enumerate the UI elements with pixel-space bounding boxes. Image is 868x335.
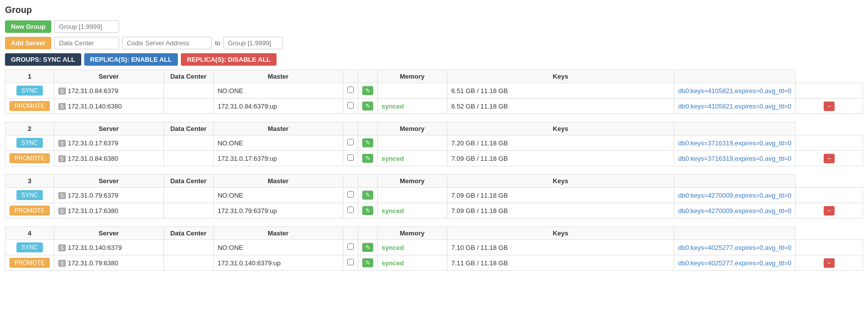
col-header-5: Memory <box>377 175 447 188</box>
keys-cell: db0:keys=4105821,expires=0,avg_ttl=0 <box>674 83 795 99</box>
data-center-cell <box>163 255 213 271</box>
row-checkbox-g4-r1[interactable] <box>347 259 354 265</box>
promote-button-g2-r1[interactable]: PROMOTE <box>9 153 50 163</box>
memory-cell: 7.09 GB / 11.18 GB <box>447 151 674 166</box>
synced-badge: synced <box>382 207 404 215</box>
data-center-input[interactable] <box>54 37 119 49</box>
server-cell: S172.31.0.84:6380 <box>54 151 163 166</box>
edit-button-g2-r1[interactable]: ✎ <box>362 154 373 163</box>
col-header-7 <box>674 227 795 240</box>
replica-disable-all-button[interactable]: REPLICA(S): DISABLE ALL <box>181 53 277 66</box>
row-checkbox-g2-r1[interactable] <box>347 154 354 161</box>
server-cell: S172.31.0.140:6380 <box>54 99 163 114</box>
master-cell: 172.31.0.140:6379:up <box>213 255 343 271</box>
server-tag: S <box>58 155 66 162</box>
group-number-2: 2 <box>5 122 54 135</box>
row-checkbox-g3-r1[interactable] <box>347 207 354 213</box>
edit-cell: ✎ <box>358 255 377 271</box>
master-cell: 172.31.0.17:6379:up <box>213 151 343 166</box>
replica-enable-all-button[interactable]: REPLICA(S): ENABLE ALL <box>84 53 178 66</box>
checkbox-cell <box>343 255 358 271</box>
row-checkbox-g1-r0[interactable] <box>347 87 354 93</box>
remove-cell <box>796 83 863 99</box>
sync-button-g3-r0[interactable]: SYNC <box>16 190 43 200</box>
memory-cell: 7.09 GB / 11.18 GB <box>447 188 674 203</box>
remove-button-g2-r1[interactable]: − <box>824 154 835 163</box>
edit-cell: ✎ <box>358 188 377 203</box>
edit-cell: ✎ <box>358 99 377 114</box>
group-to-input[interactable] <box>223 37 283 49</box>
data-center-cell <box>163 203 213 219</box>
col-header-4 <box>358 122 377 135</box>
remove-cell: − <box>796 99 863 114</box>
keys-cell: db0:keys=4025277,expires=0,avg_ttl=0 <box>674 255 795 271</box>
memory-cell: 7.10 GB / 11.18 GB <box>447 240 674 255</box>
table-row: SYNCS172.31.0.79:6379NO:ONE✎7.09 GB / 11… <box>5 188 863 203</box>
sync-button-g2-r0[interactable]: SYNC <box>16 138 43 148</box>
server-tag: S <box>58 88 66 95</box>
col-header-2: Master <box>213 122 343 135</box>
add-server-button[interactable]: Add Server <box>5 37 51 49</box>
server-address: 172.31.0.140:6380 <box>68 103 122 110</box>
edit-button-g3-r0[interactable]: ✎ <box>362 191 373 200</box>
action-cell: PROMOTE <box>5 203 54 219</box>
edit-button-g4-r0[interactable]: ✎ <box>362 243 373 252</box>
edit-button-g1-r0[interactable]: ✎ <box>362 86 373 95</box>
col-header-0: Server <box>54 122 163 135</box>
master-cell: NO:ONE <box>213 135 343 151</box>
col-header-4 <box>358 70 377 83</box>
add-server-toolbar: Add Server to <box>5 37 863 49</box>
action-cell: PROMOTE <box>5 255 54 271</box>
groups-sync-all-button[interactable]: GROUPS: SYNC ALL <box>5 53 81 66</box>
col-header-7 <box>674 122 795 135</box>
action-cell: SYNC <box>5 188 54 203</box>
keys-value: db0:keys=4025277,expires=0,avg_ttl=0 <box>678 259 791 267</box>
checkbox-cell <box>343 240 358 255</box>
synced-badge: synced <box>382 244 404 251</box>
sync-button-g1-r0[interactable]: SYNC <box>16 86 43 96</box>
edit-button-g2-r0[interactable]: ✎ <box>362 138 373 147</box>
action-cell: PROMOTE <box>5 151 54 166</box>
codis-address-input[interactable] <box>122 37 212 49</box>
promote-button-g4-r1[interactable]: PROMOTE <box>9 258 50 268</box>
server-cell: S172.31.0.79:6380 <box>54 255 163 271</box>
remove-cell <box>796 135 863 151</box>
new-group-button[interactable]: New Group <box>5 20 51 33</box>
keys-cell: db0:keys=4270009,expires=0,avg_ttl=0 <box>674 203 795 219</box>
status-cell: synced <box>377 240 447 255</box>
row-checkbox-g3-r0[interactable] <box>347 191 354 198</box>
status-cell: synced <box>377 151 447 166</box>
synced-badge: synced <box>382 155 404 162</box>
edit-button-g1-r1[interactable]: ✎ <box>362 102 373 111</box>
edit-cell: ✎ <box>358 83 377 99</box>
col-header-5: Memory <box>377 70 447 83</box>
edit-button-g4-r1[interactable]: ✎ <box>362 258 373 267</box>
remove-button-g3-r1[interactable]: − <box>824 206 835 216</box>
col-header-0: Server <box>54 227 163 240</box>
action-cell: PROMOTE <box>5 99 54 114</box>
new-group-input[interactable] <box>54 20 119 33</box>
remove-button-g1-r1[interactable]: − <box>824 102 835 111</box>
row-checkbox-g1-r1[interactable] <box>347 102 354 109</box>
remove-button-g4-r1[interactable]: − <box>824 258 835 268</box>
group-4: 4ServerData CenterMasterMemoryKeysSYNCS1… <box>5 226 863 271</box>
server-tag: S <box>58 103 66 110</box>
keys-cell: db0:keys=3716319,expires=0,avg_ttl=0 <box>674 135 795 151</box>
row-checkbox-g2-r0[interactable] <box>347 139 354 145</box>
col-header-3 <box>343 70 358 83</box>
edit-button-g3-r1[interactable]: ✎ <box>362 206 373 215</box>
group-number-3: 3 <box>5 175 54 188</box>
server-address: 172.31.0.140:6379 <box>68 244 122 251</box>
sync-toolbar: GROUPS: SYNC ALL REPLICA(S): ENABLE ALL … <box>5 53 863 66</box>
col-header-4 <box>358 227 377 240</box>
action-cell: SYNC <box>5 240 54 255</box>
promote-button-g3-r1[interactable]: PROMOTE <box>9 206 50 216</box>
server-address: 172.31.0.79:6380 <box>68 259 118 267</box>
promote-button-g1-r1[interactable]: PROMOTE <box>9 101 50 111</box>
table-row: PROMOTES172.31.0.140:6380172.31.0.84:637… <box>5 99 863 114</box>
groups-container: 1ServerData CenterMasterMemoryKeysSYNCS1… <box>5 70 863 271</box>
sync-button-g4-r0[interactable]: SYNC <box>16 242 43 252</box>
remove-cell <box>796 240 863 255</box>
keys-value: db0:keys=3716319,expires=0,avg_ttl=0 <box>678 139 791 147</box>
row-checkbox-g4-r0[interactable] <box>347 243 354 250</box>
